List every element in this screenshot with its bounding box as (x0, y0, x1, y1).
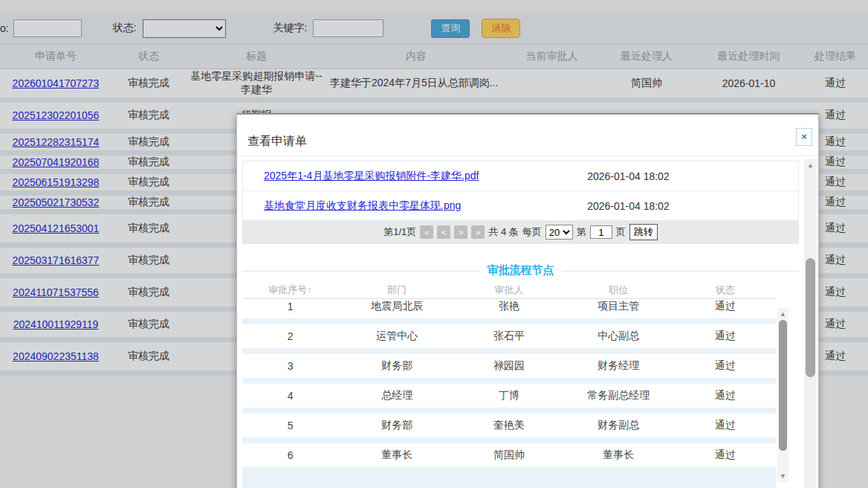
flow-dept: 地震局北辰 (338, 300, 456, 313)
flow-row: 1 地震局北辰 张艳 项目主管 通过 (242, 298, 776, 318)
flow-header-row: 审批序号↑ 部门 审批人 职位 状态 (242, 282, 776, 298)
attachment-time: 2026-01-04 18:02 (587, 200, 670, 212)
approval-flow-section: 审批流程节点 审批序号↑ 部门 审批人 职位 状态 1 地震局北辰 张艳 项目主… (242, 271, 799, 488)
page-info: 第1/1页 (383, 225, 416, 239)
flow-seq: 1 (242, 301, 338, 312)
flow-row: 3 财务部 禄园园 财务经理 通过 (242, 354, 776, 378)
view-application-dialog: 查看申请单 × 2025年1-4月基地零星采购报销附件-李建华.pdf 2026… (236, 113, 819, 488)
flow-header-dept: 部门 (338, 283, 456, 297)
section-divider: 审批流程节点 (242, 271, 799, 272)
flow-table-scrollbar[interactable]: ▲ ▼ (777, 308, 788, 482)
attachment-panel: 2025年1-4月基地零星采购报销附件-李建华.pdf 2026-01-04 1… (242, 161, 799, 244)
flow-status: 通过 (675, 449, 776, 462)
flow-position: 财务副总 (563, 419, 675, 432)
flow-position: 财务经理 (563, 359, 675, 373)
scrollbar-thumb[interactable] (779, 320, 787, 451)
scroll-up-icon[interactable]: ▲ (804, 161, 817, 170)
flow-status: 通过 (675, 419, 776, 432)
flow-dept: 运管中心 (338, 330, 456, 343)
flow-rows-viewport: 1 地震局北辰 张艳 项目主管 通过 2 运管中心 张石平 中心副总 通过 3 … (242, 298, 776, 488)
attachment-row: 基地食堂月度收支财务报表中零星体现.png 2026-01-04 18:02 (243, 191, 798, 221)
attachment-row: 2025年1-4月基地零星采购报销附件-李建华.pdf 2026-01-04 1… (243, 161, 798, 191)
section-title: 审批流程节点 (480, 263, 562, 277)
flow-position: 常务副总经理 (563, 389, 675, 402)
flow-row: 2 运管中心 张石平 中心副总 通过 (242, 324, 776, 348)
flow-dept: 财务部 (338, 359, 456, 373)
page-suffix: 页 (616, 225, 626, 239)
flow-approver: 禄园园 (456, 359, 563, 373)
flow-seq: 3 (242, 360, 338, 372)
next-page-button[interactable]: > (454, 225, 467, 239)
jump-button[interactable]: 跳转 (629, 224, 658, 240)
flow-seq: 6 (242, 449, 338, 461)
flow-header-status: 状态 (675, 283, 776, 297)
flow-approver: 张石平 (456, 330, 563, 343)
dialog-scrollbar[interactable]: ▲ (804, 159, 817, 488)
flow-header-seq[interactable]: 审批序号↑ (242, 283, 338, 297)
first-page-button[interactable]: « (420, 225, 433, 239)
flow-row: 6 董事长 简国帅 董事长 通过 (242, 443, 776, 467)
dialog-body: 2025年1-4月基地零星采购报销附件-李建华.pdf 2026-01-04 1… (237, 156, 818, 488)
flow-dept: 财务部 (338, 419, 456, 432)
close-icon[interactable]: × (796, 128, 812, 146)
flow-status: 通过 (675, 359, 776, 373)
flow-approver: 丁博 (456, 389, 563, 402)
flow-header-approver: 审批人 (456, 283, 563, 297)
flow-position: 董事长 (563, 449, 675, 462)
flow-row: 5 财务部 奎艳美 财务副总 通过 (242, 414, 776, 437)
flow-dept: 总经理 (338, 389, 456, 402)
flow-approver: 张艳 (456, 300, 563, 313)
flow-header-position: 职位 (563, 283, 675, 297)
page-number-input[interactable] (590, 225, 612, 239)
flow-seq: 4 (242, 390, 338, 402)
dialog-title: 查看申请单 (247, 134, 307, 150)
flow-status: 通过 (675, 389, 776, 402)
dialog-header: 查看申请单 × (237, 115, 818, 156)
scrollbar-thumb[interactable] (806, 258, 815, 377)
flow-dept: 董事长 (338, 449, 456, 462)
flow-seq: 5 (242, 420, 338, 431)
prev-page-button[interactable]: < (437, 225, 450, 239)
scroll-up-icon[interactable]: ▲ (777, 309, 788, 318)
flow-position: 中心副总 (563, 330, 675, 343)
flow-approver: 简国帅 (456, 449, 563, 462)
flow-row: 4 总经理 丁博 常务副总经理 通过 (242, 384, 776, 408)
attachment-link[interactable]: 基地食堂月度收支财务报表中零星体现.png (264, 199, 461, 211)
attachment-link[interactable]: 2025年1-4月基地零星采购报销附件-李建华.pdf (264, 170, 479, 182)
flow-status: 通过 (675, 300, 776, 313)
flow-position: 项目主管 (563, 300, 675, 313)
pagination-bar: 第1/1页 « < > » 共 4 条 每页 20 第 页 跳转 (243, 221, 798, 243)
approval-flow-table: 审批序号↑ 部门 审批人 职位 状态 1 地震局北辰 张艳 项目主管 通过 2 … (242, 282, 776, 488)
per-page-label: 每页 (522, 225, 542, 239)
per-page-select[interactable]: 20 (545, 225, 573, 240)
total-count: 共 4 条 (488, 225, 518, 239)
scroll-down-icon[interactable]: ▼ (777, 472, 788, 481)
last-page-button[interactable]: » (471, 225, 485, 239)
flow-seq: 2 (242, 330, 338, 342)
flow-approver: 奎艳美 (456, 419, 563, 432)
page-prefix: 第 (577, 225, 586, 239)
attachment-time: 2026-01-04 18:02 (587, 170, 670, 182)
flow-status: 通过 (675, 330, 776, 343)
